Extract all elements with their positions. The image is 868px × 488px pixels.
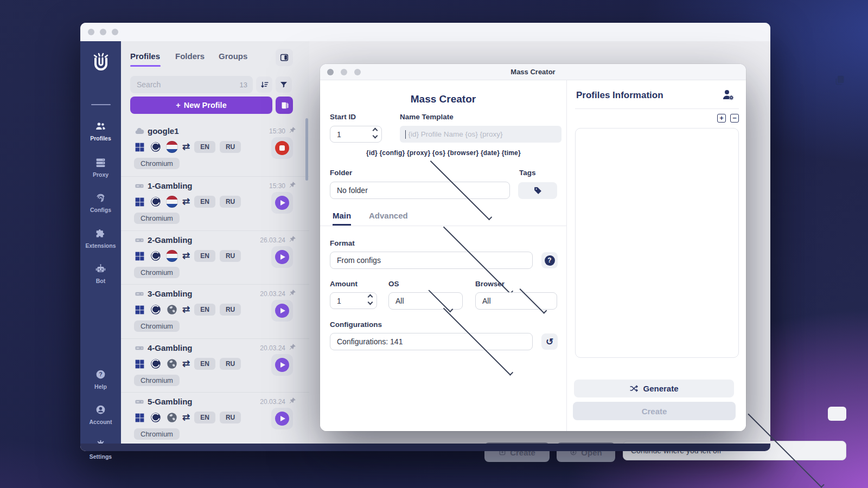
modal-titlebar[interactable]: Mass Creator bbox=[320, 64, 746, 80]
pin-icon[interactable] bbox=[289, 343, 296, 351]
refresh-configs-button[interactable]: ↻ bbox=[541, 333, 558, 350]
tab-profiles[interactable]: Profiles bbox=[130, 52, 160, 61]
tab-folders[interactable]: Folders bbox=[175, 52, 205, 61]
sidebar-item-bot[interactable]: Bot bbox=[80, 263, 121, 284]
extensions-icon bbox=[95, 228, 106, 239]
profile-time: 15:30 bbox=[269, 182, 285, 190]
person-gear-icon[interactable] bbox=[722, 88, 735, 101]
amount-label: Amount bbox=[330, 280, 358, 288]
browser-select[interactable]: All bbox=[475, 292, 557, 310]
list-scrollbar[interactable] bbox=[305, 118, 308, 181]
new-profile-button[interactable]: + New Profile bbox=[130, 97, 272, 114]
window-bottom-edge bbox=[80, 444, 770, 451]
profile-action-button[interactable] bbox=[271, 354, 293, 376]
mass-create-button[interactable] bbox=[276, 97, 293, 114]
drive-icon bbox=[134, 235, 145, 246]
profile-name: 3-Gambling bbox=[148, 289, 193, 298]
profile-time: 20.03.24 bbox=[260, 344, 285, 352]
panel-divider bbox=[575, 108, 739, 109]
os-select[interactable]: All bbox=[388, 292, 463, 310]
profile-name: 2-Gambling bbox=[148, 235, 193, 245]
pin-icon[interactable] bbox=[289, 126, 296, 134]
sidebar-item-configs[interactable]: Configs bbox=[80, 192, 121, 213]
profiles-information-panel: Profiles Information + − Generate Create bbox=[567, 80, 746, 431]
search-input[interactable] bbox=[136, 80, 240, 89]
browser-tag: Chromium bbox=[134, 428, 180, 440]
format-select[interactable]: From configs bbox=[330, 252, 533, 269]
configurations-label: Configurations bbox=[330, 320, 382, 329]
tab-advanced[interactable]: Advanced bbox=[369, 211, 408, 226]
tab-groups[interactable]: Groups bbox=[219, 52, 247, 61]
proxy-location-icon bbox=[166, 196, 178, 208]
browser-engine-icon bbox=[150, 141, 162, 153]
close-window-button[interactable] bbox=[88, 29, 94, 35]
proxy-location-icon bbox=[166, 304, 178, 316]
tags-button[interactable] bbox=[518, 182, 557, 199]
language-badge: EN bbox=[194, 304, 215, 316]
name-template-value[interactable] bbox=[407, 130, 556, 139]
start-id-label: Start ID bbox=[330, 113, 356, 121]
sidebar-label: Profiles bbox=[80, 135, 121, 142]
pin-icon[interactable] bbox=[289, 397, 296, 404]
pin-icon[interactable] bbox=[289, 289, 296, 297]
format-help-button[interactable]: ? bbox=[541, 252, 558, 268]
language-badge: EN bbox=[194, 141, 215, 153]
proxy-location-icon bbox=[166, 250, 178, 262]
profile-action-button[interactable] bbox=[271, 137, 293, 159]
stepper-arrows[interactable] bbox=[368, 295, 372, 304]
new-profile-label: New Profile bbox=[184, 101, 227, 110]
sidebar-item-extensions[interactable]: Extensions bbox=[80, 228, 121, 249]
profile-row[interactable]: google1 15:30 ⇄ EN RU Chromi bbox=[121, 122, 309, 176]
play-icon bbox=[275, 196, 289, 210]
create-label: Create bbox=[642, 407, 667, 416]
profile-action-button[interactable] bbox=[271, 192, 293, 214]
copy-icon[interactable] bbox=[834, 75, 845, 86]
globe-icon bbox=[166, 304, 178, 316]
collapse-panel-button[interactable] bbox=[276, 49, 293, 66]
folder-select[interactable]: No folder bbox=[330, 182, 510, 199]
window-titlebar[interactable] bbox=[80, 23, 770, 41]
profile-row[interactable]: 4-Gambling 20.03.24 ⇄ EN RU bbox=[121, 338, 309, 393]
profile-action-button[interactable] bbox=[271, 408, 293, 429]
collapse-all-button[interactable]: − bbox=[730, 114, 739, 123]
sidebar-item-account[interactable]: Account bbox=[80, 404, 121, 425]
book-icon bbox=[280, 101, 289, 110]
browser-tag: Chromium bbox=[134, 267, 180, 278]
create-button-disabled[interactable]: Create bbox=[573, 402, 736, 420]
name-template-input[interactable] bbox=[400, 126, 561, 143]
sort-button[interactable] bbox=[256, 76, 272, 93]
sidebar-label: Proxy bbox=[80, 171, 121, 178]
filter-button[interactable] bbox=[276, 76, 292, 93]
profile-row[interactable]: 2-Gambling 26.03.24 ⇄ EN RU bbox=[121, 230, 309, 285]
browser-engine-icon bbox=[150, 304, 162, 316]
chevron-down-icon bbox=[519, 286, 547, 314]
profile-action-button[interactable] bbox=[271, 300, 293, 322]
pin-icon[interactable] bbox=[289, 181, 296, 189]
sidebar-item-profiles[interactable]: Profiles bbox=[80, 120, 121, 142]
start-id-input[interactable] bbox=[330, 126, 382, 143]
sidebar-label: Settings bbox=[80, 453, 121, 460]
configurations-select[interactable]: Configurations: 141 bbox=[330, 333, 533, 350]
profile-row[interactable]: 3-Gambling 20.03.24 ⇄ EN RU bbox=[121, 284, 309, 338]
maximize-window-button[interactable] bbox=[112, 29, 118, 35]
profile-row[interactable]: 1-Gambling 15:30 ⇄ EN RU Chr bbox=[121, 176, 309, 230]
folder-value: No folder bbox=[337, 186, 419, 195]
language-badge: RU bbox=[220, 304, 241, 316]
amount-input[interactable] bbox=[330, 292, 377, 309]
minimize-window-button[interactable] bbox=[100, 29, 106, 35]
amount-value[interactable] bbox=[336, 296, 371, 306]
profile-row[interactable]: 5-Gambling 20.03.24 ⇄ EN RU bbox=[121, 392, 309, 446]
pin-icon[interactable] bbox=[289, 235, 296, 243]
sidebar-item-help[interactable]: ? Help bbox=[80, 369, 121, 390]
start-id-value[interactable] bbox=[336, 130, 376, 139]
profile-action-button[interactable] bbox=[271, 246, 293, 268]
search-box[interactable]: 13 bbox=[130, 76, 253, 93]
sidebar-item-proxy[interactable]: Proxy bbox=[80, 157, 121, 178]
stepper-arrows[interactable] bbox=[373, 129, 377, 138]
profile-name: 4-Gambling bbox=[148, 343, 193, 352]
profile-time: 20.03.24 bbox=[260, 398, 285, 406]
browser-label: Browser bbox=[475, 280, 505, 288]
tab-main[interactable]: Main bbox=[333, 211, 351, 226]
generate-button[interactable]: Generate bbox=[574, 380, 734, 397]
expand-all-button[interactable]: + bbox=[717, 114, 726, 123]
